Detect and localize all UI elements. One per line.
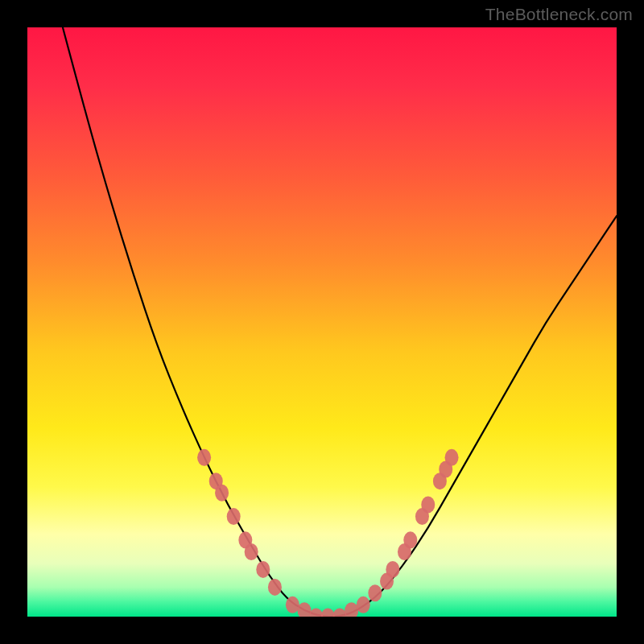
marker-dot [197,449,211,466]
marker-dot [215,485,229,502]
bottleneck-curve [63,27,617,617]
marker-dot [321,609,335,617]
marker-dot [357,597,370,613]
marker-dot [332,609,346,617]
marker-dot [256,561,270,578]
marker-dot [386,561,399,578]
marker-dot [403,531,417,548]
chart-frame: TheBottleneck.com [0,0,644,644]
marker-dot [227,508,241,525]
marker-dot [268,579,282,596]
marker-dot [445,449,459,466]
marker-dot [298,602,312,617]
plot-area [27,27,617,617]
chart-svg [27,27,617,617]
marker-dot [368,584,382,601]
marker-dot [245,543,258,560]
marker-dot [345,602,358,617]
marker-dot [286,597,299,613]
curve-markers [197,449,458,617]
marker-dot [309,609,323,617]
watermark-label: TheBottleneck.com [485,5,633,24]
marker-dot [421,496,435,513]
